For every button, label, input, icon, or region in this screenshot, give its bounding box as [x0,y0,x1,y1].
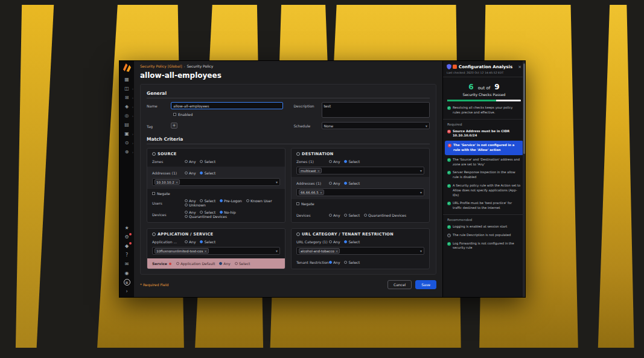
radio-option-any[interactable]: Any [329,181,340,185]
chip-remove-icon[interactable]: × [317,169,320,173]
address-chip[interactable]: 66.66.66.5× [299,190,324,195]
destination-negate-label: Negate [301,202,314,206]
breadcrumb-root[interactable]: Security Policy [Global] [140,64,182,68]
radio-option-any[interactable]: Any [329,159,340,164]
analysis-check-text: Logging is enabled at session start [453,225,507,229]
radio-option-select[interactable]: Select [344,181,360,185]
url-category-combobox[interactable]: alcohol-and-tobacco× ▾ [296,247,424,255]
radio-option-any[interactable]: Any [185,171,196,175]
feedback-icon[interactable]: ✉ [120,260,134,269]
radio-option-any[interactable]: Any [329,213,340,217]
radio-option-select[interactable]: Select [200,240,215,244]
schedule-select[interactable]: None ▾ [322,122,430,129]
radio-option-application-default[interactable]: Application Default [176,261,215,266]
chip-remove-icon[interactable]: × [176,181,179,184]
radio-option-unknown[interactable]: Unknown [185,203,206,207]
insights-icon[interactable]: ⊙› [120,138,134,147]
address-chip[interactable]: 10.10.10.2× [155,179,180,185]
collapse-icon[interactable]: › [120,287,134,296]
dashboard-icon[interactable]: ▦ [120,75,134,84]
destination-negate-checkbox[interactable] [296,202,299,205]
description-input[interactable]: test [322,102,430,118]
radio-option-any[interactable]: Any [185,199,196,203]
radio-option-select[interactable]: Select [344,213,360,217]
source-panel-title: SOURCE [158,152,177,156]
destination-addresses-label: Addresses (1) [296,181,329,185]
help-icon[interactable]: ? [120,251,134,260]
chevron-right-icon: › [132,150,133,154]
source-addresses-combobox[interactable]: 10.10.10.2× ▾ [152,178,280,186]
destination-zones-combobox[interactable]: multicast× ▾ [296,167,424,174]
analysis-header: Configuration Analysis × [443,61,525,71]
chip-remove-icon[interactable]: × [204,249,207,253]
source-negate-checkbox[interactable] [152,192,155,195]
radio-option-any[interactable]: Any [185,210,196,214]
analysis-check-item[interactable]: ×The 'Service' is not configured in a ru… [445,141,523,155]
save-button[interactable]: Save [415,280,436,289]
global-settings-icon[interactable]: ⊕› [120,147,134,156]
radio-option-quarantined-devices[interactable]: Quarantined Devices [364,213,406,217]
favorites-icon[interactable]: ★ [120,223,134,232]
security-services-icon[interactable]: ◈› [120,102,134,111]
radio-option-any[interactable]: Any [185,159,196,164]
chip-remove-icon[interactable]: × [336,249,339,253]
radio-option-select[interactable]: Select [200,171,215,175]
radio-option-any[interactable]: Any [329,240,340,244]
radio-label: Quarantined Devices [368,213,406,217]
workflows-icon[interactable]: ⊞› [120,93,134,102]
destination-addresses-combobox[interactable]: 66.66.66.5× ▾ [296,188,424,196]
url-category-chip[interactable]: alcohol-and-tobacco× [299,248,340,254]
radio-label: Any [333,260,340,264]
radio-option-select[interactable]: Select [200,210,215,214]
session-icon[interactable]: ≡ [120,278,134,287]
manage-devices-icon[interactable]: ▣› [120,129,134,138]
radio-label: Select [204,171,215,175]
cancel-button[interactable]: Cancel [387,280,412,289]
chip-remove-icon[interactable]: × [320,191,323,194]
policies-icon[interactable]: ▤ [120,120,134,129]
zone-chip[interactable]: multicast× [299,168,322,173]
enabled-checkbox[interactable] [173,113,176,116]
url-panel-title: URL CATEGORY / TENANT RESTRICTION [302,232,394,237]
analysis-check-item[interactable]: ✓Logging is enabled at session start [443,223,525,231]
radio-option-select[interactable]: Select [200,159,215,164]
radio-option-select[interactable]: Select [344,260,360,264]
add-tag-button[interactable]: + [171,123,177,129]
radio-option-any[interactable]: Any [185,240,196,244]
app-logo-icon[interactable] [123,63,132,72]
chip-text: 10.10.10.2 [156,181,174,184]
analysis-check-item[interactable]: •The rule Description is not populated [443,231,525,240]
settings-icon[interactable]: ⚙ [120,232,134,241]
check-pass-icon: ✓ [447,158,451,162]
radio-option-select[interactable]: Select [200,199,215,203]
radio-option-known-user[interactable]: Known User [246,199,272,203]
account-icon[interactable]: ◉ [120,269,134,278]
application-combobox[interactable]: 10fluxnonunlimited-test-cos× ▾ [152,247,280,255]
radio-icon [344,160,347,163]
notifications-icon[interactable]: ◆ [120,241,134,251]
analysis-check-text: URL Profile must be 'best practice' for … [453,201,521,211]
radio-option-select[interactable]: Select [344,159,360,164]
radio-option-no-hip[interactable]: No-hip [220,210,236,214]
analysis-check-item[interactable]: ✓Server Response Inspection in the allow… [443,168,525,182]
analysis-scrollbar[interactable] [523,61,525,297]
analysis-check-item[interactable]: ×Source Address must be in CIDR 10.10.10… [443,127,525,141]
radio-option-pre-logon[interactable]: Pre-Logon [220,199,242,203]
analysis-check-item[interactable]: ✓Log Forwarding is not configured in the… [443,240,525,253]
application-chip[interactable]: 10fluxnonunlimited-test-cos× [155,248,209,254]
radio-option-any[interactable]: Any [329,260,340,264]
analysis-check-item[interactable]: ✓URL Profile must be 'best practice' for… [443,199,525,213]
radio-option-select[interactable]: Select [344,240,360,244]
url-category-label: URL Category (1) [296,240,329,244]
close-icon[interactable]: × [518,65,521,69]
name-input[interactable] [171,102,283,109]
analysis-scrollbar-thumb[interactable] [523,63,525,154]
radio-option-any[interactable]: Any [219,261,230,266]
objects-icon[interactable]: ◎› [120,111,134,120]
analysis-check-item[interactable]: ✓A Security policy rule with the Action … [443,182,525,199]
monitor-icon[interactable]: ◫› [120,84,134,93]
radio-option-select[interactable]: Select [235,261,250,266]
radio-option-quarantined-devices[interactable]: Quarantined Devices [185,214,227,219]
analysis-check-item[interactable]: ✓The 'Source' and 'Destination' address … [443,156,525,169]
desktop-wallpaper: ▦◫›⊞›◈›◎›▤▣›⊙›⊕› ★⚙◆?✉◉≡› Security Polic… [0,0,644,358]
